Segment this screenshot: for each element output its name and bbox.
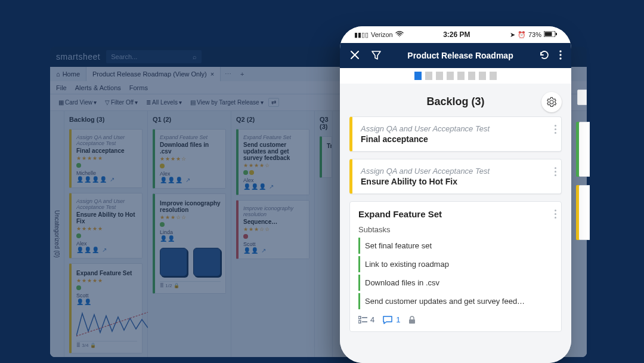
- card-more-icon[interactable]: [555, 165, 556, 178]
- lane-settings-button[interactable]: [541, 92, 562, 112]
- page-indicator[interactable]: [468, 72, 475, 80]
- page-indicator[interactable]: [457, 72, 465, 80]
- checklist-icon: [358, 316, 368, 324]
- card-expand-feature-set-backlog[interactable]: Expand Feature Set ★★★★★ Scott 👤👤 ≣ 3/4 …: [69, 263, 143, 353]
- app-logo: smartsheet: [56, 52, 100, 61]
- subtask-item[interactable]: Link to existing roadmap: [358, 256, 553, 272]
- menu-file[interactable]: File: [56, 84, 67, 91]
- page-indicator[interactable]: [479, 72, 486, 80]
- tab-overflow[interactable]: ⋯: [221, 67, 235, 81]
- svg-point-4: [559, 54, 561, 56]
- mobile-app-header: Product Release Roadmap: [340, 43, 571, 68]
- signal-bars-icon: ▮▮▯▯: [354, 31, 369, 39]
- page-indicator[interactable]: [490, 72, 497, 80]
- card-customer-updates[interactable]: Expand Feature Set Send customer updates…: [236, 129, 309, 195]
- home-icon: ⌂: [56, 70, 60, 78]
- card-title: Ensure Ability to Hot Fix: [361, 177, 553, 186]
- filter-icon[interactable]: [371, 50, 382, 62]
- subtasks-heading: Subtasks: [358, 225, 553, 234]
- card-iconography[interactable]: Improve iconography resolution ★★★☆☆ Lin…: [153, 193, 226, 294]
- lane-title-q2: Q2 (2): [236, 116, 309, 124]
- svg-point-5: [559, 57, 561, 59]
- card-view-selector[interactable]: ▦ Card View ▾: [55, 98, 100, 107]
- subtask-item[interactable]: Send customer updates and get survey fee…: [358, 293, 553, 309]
- mobile-card-hot-fix[interactable]: Assign QA and User Acceptance Test Ensur…: [349, 159, 562, 194]
- lane-title-q1: Q1 (2): [153, 116, 226, 124]
- lane-title-uncategorized: Uncategorized (0): [54, 210, 60, 257]
- card-title: Expand Feature Set: [358, 209, 553, 219]
- card-q3-partial[interactable]: Tr: [320, 136, 332, 178]
- close-icon[interactable]: [349, 50, 360, 62]
- menu-alerts[interactable]: Alerts & Actions: [75, 84, 121, 91]
- battery-icon: [544, 31, 557, 38]
- svg-rect-10: [409, 319, 415, 324]
- home-label: Home: [63, 70, 80, 78]
- svg-rect-2: [556, 33, 557, 35]
- card-more-icon[interactable]: [555, 208, 556, 220]
- lane-paginator[interactable]: [340, 68, 571, 84]
- subtask-item[interactable]: Set final feature set: [358, 238, 553, 254]
- mobile-header-title: Product Release Roadmap: [407, 51, 513, 60]
- sheet-tab-label: Product Release Roadmap (View Only): [92, 70, 207, 78]
- home-tab[interactable]: ⌂ Home: [50, 67, 86, 81]
- comment-count[interactable]: 1: [383, 315, 400, 324]
- lane-q1: Q1 (2) Expand Feature Set Download files…: [148, 111, 231, 357]
- lane-title-backlog: Backlog (3): [69, 116, 143, 124]
- wifi-icon: [395, 31, 404, 38]
- right-peek-cards: [574, 90, 592, 363]
- card-thumbnails: [160, 242, 221, 276]
- gear-icon: [546, 97, 557, 107]
- sheet-tab-active[interactable]: Product Release Roadmap (View Only) ×: [86, 67, 221, 81]
- view-by-selector[interactable]: ▤ View by Target Release ▾: [187, 98, 267, 107]
- more-icon[interactable]: [559, 50, 562, 61]
- menu-forms[interactable]: Forms: [129, 84, 148, 91]
- page-indicator[interactable]: [447, 72, 454, 80]
- carrier-label: Verizon: [371, 31, 393, 38]
- lane-title-q3: Q3 (3): [320, 116, 327, 131]
- subtask-count: 4: [358, 315, 374, 324]
- new-tab-button[interactable]: +: [235, 67, 249, 81]
- card-epic-label: Assign QA and User Acceptance Test: [361, 124, 553, 133]
- mobile-device-frame: ▮▮▯▯ Verizon 3:26 PM ➤ ⏰ 73% Product Rel…: [340, 26, 571, 363]
- lane-backlog: Backlog (3) Assign QA and User Acceptanc…: [64, 111, 148, 357]
- refresh-icon[interactable]: [539, 50, 550, 62]
- location-icon: ➤: [510, 31, 515, 39]
- page-indicator[interactable]: [436, 72, 443, 80]
- card-sequence[interactable]: Improve iconography resolution Sequence……: [236, 200, 309, 259]
- card-epic-label: Assign QA and User Acceptance Test: [361, 167, 553, 176]
- people-icon: 👤👤👤👤 ↗: [76, 176, 137, 183]
- card-more-icon[interactable]: [555, 123, 556, 136]
- levels-selector[interactable]: ≣ All Levels ▾: [143, 98, 185, 107]
- close-tab-icon[interactable]: ×: [210, 70, 214, 78]
- filter-toggle[interactable]: ▽ Filter Off ▾: [101, 98, 141, 107]
- search-placeholder: Search...: [111, 53, 137, 60]
- lane-q3: Q3 (3) Tr: [315, 111, 333, 357]
- mobile-lane-body: Backlog (3) Assign QA and User Acceptanc…: [340, 84, 571, 363]
- search-icon: ⌕: [193, 53, 197, 60]
- page-indicator[interactable]: [414, 72, 422, 80]
- ios-status-bar: ▮▮▯▯ Verizon 3:26 PM ➤ ⏰ 73%: [340, 26, 571, 43]
- svg-rect-6: [358, 316, 361, 319]
- lane-header: Backlog (3): [349, 90, 562, 116]
- lock-indicator: [408, 316, 416, 324]
- mobile-card-expand-feature-set[interactable]: Expand Feature Set Subtasks Set final fe…: [349, 201, 562, 332]
- card-download-csv[interactable]: Expand Feature Set Download files in .cs…: [153, 129, 226, 189]
- subtask-item[interactable]: Download files in .csv: [358, 275, 553, 291]
- lock-icon: [408, 316, 416, 324]
- svg-rect-7: [358, 321, 361, 323]
- toolbar-extra[interactable]: ⇄: [268, 98, 279, 107]
- alarm-icon: ⏰: [518, 31, 526, 39]
- card-final-acceptance[interactable]: Assign QA and User Acceptance Test Final…: [69, 129, 143, 188]
- sparkline-chart: [76, 307, 148, 337]
- status-time: 3:26 PM: [443, 30, 470, 39]
- card-footer: 4 1: [358, 315, 553, 324]
- battery-percent: 73%: [528, 31, 541, 38]
- card-hot-fix[interactable]: Assign QA and User Acceptance Test Ensur…: [69, 193, 143, 259]
- lane-uncategorized: Uncategorized (0): [50, 111, 64, 357]
- comment-icon: [383, 316, 394, 324]
- mobile-card-final-acceptance[interactable]: Assign QA and User Acceptance Test Final…: [349, 116, 562, 152]
- global-search[interactable]: Search... ⌕: [106, 50, 202, 63]
- page-indicator[interactable]: [425, 72, 432, 80]
- card-title: Final acceptance: [361, 134, 553, 144]
- svg-point-3: [559, 50, 561, 52]
